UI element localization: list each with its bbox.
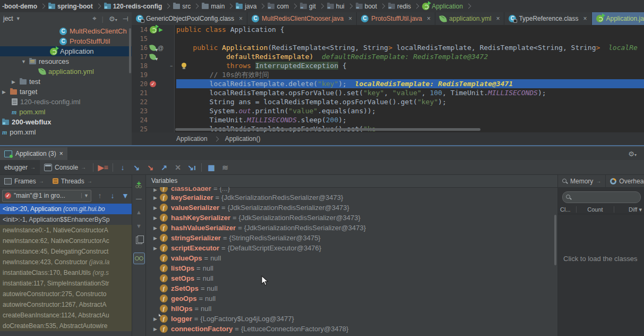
code-text[interactable]: System.out.println("value".equals(ans)); (176, 106, 644, 115)
expand-arrow-icon[interactable]: ▶ (153, 225, 160, 231)
bean-icon[interactable] (149, 44, 157, 52)
expand-arrow-icon[interactable]: ▶ (153, 205, 160, 211)
stack-frame-row[interactable]: autowireConstructor:1267, AbstractA (0, 299, 132, 310)
editor-tab-application-yml[interactable]: application.yml× (435, 12, 504, 25)
stack-frame-row[interactable]: instantiate:117, SimpleInstantiationStr (0, 278, 132, 289)
variable-row-keyserializer[interactable]: ▶fkeySerializer={JdkSerializationRedisSe… (146, 192, 557, 203)
project-scrollbar[interactable] (129, 28, 131, 73)
float-icon[interactable]: → (30, 164, 36, 170)
intention-bulb-icon[interactable] (182, 63, 186, 68)
drop-frame-icon[interactable]: ✕ (171, 163, 185, 172)
hide-panel-icon[interactable]: ⊣ (123, 15, 128, 23)
breadcrumb-item-redis[interactable]: redis (387, 3, 412, 10)
tab-ebugger[interactable]: ebugger→ (0, 160, 40, 174)
evaluate-expression-icon[interactable]: ▦ (204, 163, 218, 172)
stack-frame-row[interactable]: newInstance0:-1, NativeConstructorA (0, 225, 132, 236)
breadcrumb-item-src[interactable]: src (172, 3, 192, 10)
variable-row-hashkeyserializer[interactable]: ▶fhashKeySerializer={JdkSerializationRed… (146, 213, 557, 223)
float-icon[interactable]: → (87, 178, 92, 184)
tree-item-protostuffutil[interactable]: CProtoStuffUtil (0, 36, 132, 46)
debug-settings-gear-icon[interactable]: ⚙▾ (628, 150, 637, 158)
tab-console[interactable]: Console→ (40, 160, 90, 174)
chevron-down-icon[interactable]: ▼ (16, 16, 21, 21)
tab-overhead[interactable]: Overhead (605, 175, 644, 187)
stack-frame-row[interactable]: instantiateClass:170, BeanUtils (org.s (0, 267, 132, 278)
thread-selector[interactable]: ✓ "main"@1 in gro... ▼ (2, 190, 91, 202)
run-play-icon[interactable]: ▶ (159, 27, 163, 32)
editor-tab-genericobjectpoolconfig-class[interactable]: CGenericObjectPoolConfig.class× (132, 12, 247, 25)
variable-row-hllops[interactable]: fhllOps=null (146, 304, 557, 314)
frame-up-icon[interactable]: ↑ (96, 191, 104, 200)
filter-frames-icon[interactable]: ▼ (121, 191, 130, 200)
expand-arrow-icon[interactable]: ▶ (2, 89, 7, 95)
variable-row-scriptexecutor[interactable]: ▶fscriptExecutor={DefaultScriptExecutor@… (146, 243, 557, 253)
project-panel-title[interactable]: ject (3, 15, 13, 22)
breadcrumb-item-application[interactable]: Application (421, 3, 464, 10)
chevron-down-icon[interactable]: ▼ (81, 193, 89, 198)
step-into-icon[interactable]: ↘ (130, 163, 143, 172)
editor-line-22[interactable]: 22 String ans = localRedisTemplate.opsFo… (132, 97, 644, 106)
expand-arrow-icon[interactable]: ▶ (153, 187, 160, 192)
remove-watch-icon[interactable]: — (136, 195, 142, 201)
expand-arrow-icon[interactable]: ▶ (153, 246, 160, 251)
editor-tab-application-java[interactable]: Application.java× (592, 12, 644, 25)
code-text[interactable]: localRedisTemplate.delete("key"); localR… (176, 79, 644, 88)
tree-item-pom-xml[interactable]: mpom.xml (0, 127, 132, 137)
variable-row-connectionfactory[interactable]: ▶fconnectionFactory={LettuceConnectionFa… (146, 324, 557, 334)
tree-item-multredisclientch[interactable]: CMultRedisClientCh (0, 26, 132, 36)
expand-arrow-icon[interactable]: ▶ (12, 79, 17, 85)
close-tab-icon[interactable]: × (583, 15, 587, 22)
expand-arrow-icon[interactable]: ▶ (153, 316, 160, 322)
scroll-from-source-icon[interactable]: ⌖ (92, 14, 96, 23)
breadcrumb-item-com[interactable]: com (267, 3, 290, 10)
tab-threads[interactable]: Threads→ (48, 175, 97, 187)
variable-row-setops[interactable]: fsetOps=null (146, 273, 557, 283)
gutter-icons[interactable]: ✓ (148, 81, 170, 87)
memory-search-input[interactable] (562, 191, 641, 203)
breadcrumb-item-git[interactable]: git (299, 3, 317, 10)
tree-item-120-redis-config-iml[interactable]: 120-redis-config.iml (0, 97, 132, 107)
layout-settings-icon[interactable]: ≋ (218, 163, 232, 172)
move-watch-up-icon[interactable]: ▲ (136, 209, 142, 215)
close-tab-icon[interactable]: × (427, 15, 431, 22)
stack-frame-row[interactable]: newInstance:62, NativeConstructorAc (0, 236, 132, 246)
gutter-icons[interactable] (148, 54, 170, 60)
variable-row-classloader[interactable]: ▶fclassLoader={...} (146, 187, 557, 192)
editor-tab-multredisclientchooser-java[interactable]: CMultRedisClientChooser.java× (247, 12, 357, 25)
variable-row-geoops[interactable]: fgeoOps=null (146, 293, 557, 304)
breadcrumb-class[interactable]: Application (176, 135, 208, 142)
step-over-icon[interactable]: ↓ (116, 163, 130, 172)
expand-arrow-icon[interactable]: ▶ (153, 326, 160, 332)
code-text[interactable] (176, 34, 644, 43)
code-text[interactable]: TimeUnit.MILLISECONDS.sleep(200); (176, 115, 644, 124)
bean-icon[interactable] (149, 53, 157, 61)
show-execution-point-icon[interactable]: ▶≡ (96, 163, 110, 172)
code-text[interactable]: public class Application { (176, 25, 644, 34)
memory-empty-text[interactable]: Click to load the classes (563, 255, 637, 263)
stack-frame-row[interactable]: createBeanInstance:1124, AbstractAu (0, 310, 132, 321)
fold-marker[interactable]: − (170, 63, 176, 69)
breadcrumb-item-spring-boot[interactable]: spring-boot (47, 3, 94, 10)
debug-session-tab[interactable]: Application (3) × (0, 147, 67, 160)
move-watch-down-icon[interactable]: ▼ (136, 223, 142, 229)
code-text[interactable]: localRedisTemplate.opsForValue().set("ke… (176, 88, 644, 97)
tree-item-resources[interactable]: ▼resources (0, 56, 132, 66)
stack-frame-row[interactable]: newInstance:45, DelegatingConstruct (0, 246, 132, 257)
springboot-run-icon[interactable] (150, 26, 157, 33)
variable-row-hashvalueserializer[interactable]: ▶fhashValueSerializer={JdkSerializationR… (146, 223, 557, 233)
editor-line-20[interactable]: 20✓ localRedisTemplate.delete("key"); lo… (132, 79, 644, 88)
editor-line-17[interactable]: 17 defaultRedisTemplate) defaultRedisTem… (132, 52, 644, 61)
close-tab-icon[interactable]: × (239, 15, 243, 22)
stack-frame-row[interactable]: <init>:-1, Application$$EnhancerBySp (0, 214, 132, 225)
float-icon[interactable]: → (81, 164, 86, 170)
code-text[interactable]: defaultRedisTemplate) defaultRedisTempla… (176, 52, 644, 61)
breakpoint-icon[interactable]: ✓ (150, 81, 156, 87)
step-out-icon[interactable]: ↗ (157, 163, 171, 172)
stack-frame-row[interactable]: autowireConstructor:275, Constructo (0, 289, 132, 299)
editor-line-21[interactable]: 21 localRedisTemplate.opsForValue().set(… (132, 88, 644, 97)
gutter-icons[interactable]: ▶ (148, 26, 170, 33)
run-to-cursor-icon[interactable]: ↘ı (185, 163, 199, 172)
breadcrumb-item--boot-demo[interactable]: -boot-demo (1, 3, 38, 10)
editor-line-24[interactable]: 24 TimeUnit.MILLISECONDS.sleep(200); (132, 115, 644, 124)
annotation-at-icon[interactable]: @ (158, 45, 164, 51)
